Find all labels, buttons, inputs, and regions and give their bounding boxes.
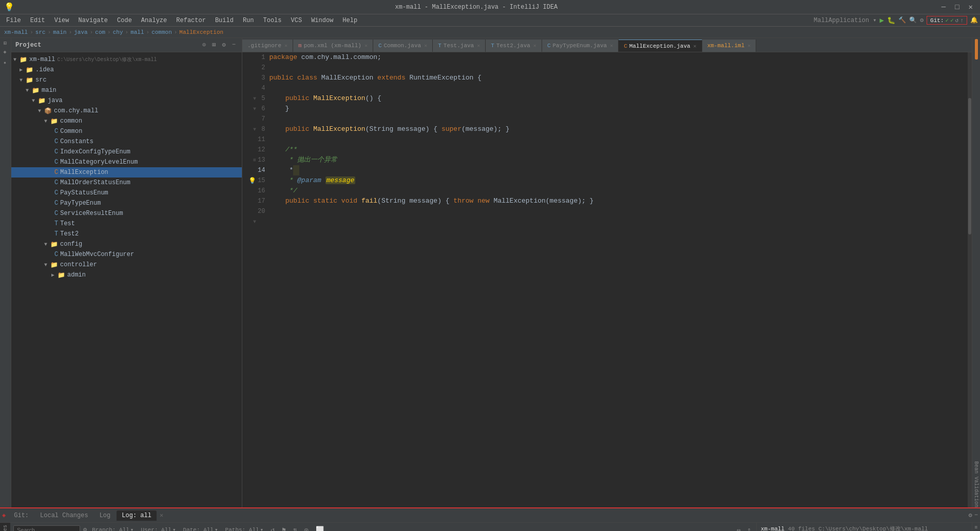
tree-item-MallException[interactable]: C MallException <box>11 167 242 178</box>
breadcrumb-xmmall[interactable]: xm-mall <box>4 29 28 35</box>
tree-item-MallWebMvcConfigurer[interactable]: C MallWebMvcConfigurer <box>11 249 242 260</box>
menu-view[interactable]: View <box>50 16 73 25</box>
tab-log-all[interactable]: Log: all <box>117 510 157 521</box>
menu-help[interactable]: Help <box>338 16 361 25</box>
maximize-button[interactable]: □ <box>952 2 962 12</box>
tab-gitignore[interactable]: .gitignore ✕ <box>242 40 293 52</box>
fold-icon-8[interactable]: ▼ <box>253 127 256 132</box>
settings-panel-button[interactable]: ⚙ <box>220 40 228 50</box>
diff-button[interactable]: ◎ <box>302 525 311 532</box>
merge-button[interactable]: ⇅ <box>291 525 299 532</box>
tree-item-MallOrderStatusEnum[interactable]: C MallOrderStatusEnum <box>11 178 242 188</box>
tab-PayTypeEnum[interactable]: C PayTypeEnum.java ✕ <box>542 40 619 52</box>
tree-item-admin[interactable]: ▶ 📁 admin <box>11 270 242 280</box>
filter-branch[interactable]: Branch: All ▾ <box>90 525 136 531</box>
code-content[interactable]: package com.chy.mall.common; public clas… <box>269 52 968 507</box>
tree-item-IndexConfigTypeEnum[interactable]: C IndexConfigTypeEnum <box>11 147 242 157</box>
tab-close-Test[interactable]: ✕ <box>477 43 480 49</box>
tree-item-Test2[interactable]: T Test2 <box>11 229 242 239</box>
tree-item-PayTypeEnum[interactable]: C PayTypeEnum <box>11 198 242 208</box>
git-settings-icon[interactable]: ⚙ <box>83 526 87 531</box>
fold-icon-6[interactable]: ▼ <box>253 106 256 112</box>
editor-scrollbar[interactable] <box>968 52 972 507</box>
tree-item-comchymall[interactable]: ▼ 📦 com.chy.mall <box>11 106 242 116</box>
menu-build[interactable]: Build <box>211 16 238 25</box>
tree-item-src[interactable]: ▼ 📁 src <box>11 75 242 85</box>
sidebar-favorites-icon[interactable]: ★ <box>1 59 10 68</box>
scrollbar-thumb[interactable] <box>968 98 971 234</box>
git-push[interactable]: ↑ <box>960 17 964 24</box>
tree-item-common[interactable]: ▼ 📁 common <box>11 116 242 126</box>
lightbulb-icon[interactable]: 💡 <box>248 177 256 185</box>
bottom-minimize-button[interactable]: − <box>974 512 978 519</box>
breadcrumb-com[interactable]: com <box>95 29 105 35</box>
breadcrumb-common[interactable]: common <box>151 29 172 35</box>
menu-edit[interactable]: Edit <box>26 16 49 25</box>
tab-xmmall-iml[interactable]: xm-mall.iml ✕ <box>702 40 757 52</box>
search-everywhere-button[interactable]: 🔍 <box>909 16 917 24</box>
branches-label[interactable]: Branches <box>3 525 8 531</box>
git-history[interactable]: ↺ <box>955 17 959 24</box>
fold-icon-5[interactable]: ▼ <box>253 96 256 102</box>
refresh-button[interactable]: ↺ <box>268 525 277 532</box>
filter-user[interactable]: User: All ▾ <box>139 525 178 531</box>
filter-date[interactable]: Date: All ▾ <box>181 525 220 531</box>
expand-all-button[interactable]: ⊞ <box>210 40 218 50</box>
menu-analyze[interactable]: Analyze <box>137 16 171 25</box>
breadcrumb-chy[interactable]: chy <box>113 29 123 35</box>
build-button[interactable]: 🔨 <box>898 16 906 24</box>
fold-icon-12[interactable]: ≡ <box>253 158 256 163</box>
tab-close-Common[interactable]: ✕ <box>424 43 427 49</box>
group-by-icon[interactable]: ≡ <box>974 525 977 530</box>
breadcrumb-src[interactable]: src <box>35 29 46 35</box>
menu-refactor[interactable]: Refactor <box>172 16 210 25</box>
tree-item-ServiceResultEnum[interactable]: C ServiceResultEnum <box>11 208 242 219</box>
tree-item-Constants[interactable]: C Constants <box>11 136 242 147</box>
run-config-dropdown[interactable]: MallApplication ▾ <box>814 16 876 24</box>
menu-tools[interactable]: Tools <box>259 16 286 25</box>
tree-item-Test[interactable]: T Test <box>11 219 242 229</box>
tab-close-pomxml[interactable]: ✕ <box>364 43 368 49</box>
minimize-button[interactable]: ─ <box>938 2 949 12</box>
breadcrumb-java[interactable]: java <box>74 29 87 35</box>
tree-item-Common[interactable]: C Common <box>11 126 242 136</box>
tab-close-log[interactable]: ✕ <box>160 512 163 519</box>
settings-button[interactable]: ⚙ <box>920 16 924 24</box>
tree-item-PayStatusEnum[interactable]: C PayStatusEnum <box>11 188 242 198</box>
tab-MallException[interactable]: C MallException.java ✕ <box>619 40 702 52</box>
tab-close-gitignore[interactable]: ✕ <box>284 43 287 49</box>
breadcrumb-mall[interactable]: mall <box>130 29 144 35</box>
tab-Test2[interactable]: T Test2.java ✕ <box>486 40 542 52</box>
close-panel-button[interactable]: − <box>230 40 238 50</box>
menu-navigate[interactable]: Navigate <box>74 16 112 25</box>
tab-git-label[interactable]: Git: <box>9 510 34 521</box>
menu-file[interactable]: File <box>2 16 25 25</box>
close-button[interactable]: ✕ <box>966 2 976 12</box>
cherry-pick-button[interactable]: ⚑ <box>280 525 288 532</box>
filter-paths[interactable]: Paths: All ▾ <box>223 525 266 531</box>
sidebar-web-icon[interactable]: ◈ <box>1 48 10 57</box>
tree-item-config[interactable]: ▼ 📁 config <box>11 239 242 249</box>
tab-Test[interactable]: T Test.java ✕ <box>433 40 486 52</box>
collapse-details-button[interactable]: ⇕ <box>745 525 753 532</box>
tab-close-PayTypeEnum[interactable]: ✕ <box>610 43 613 49</box>
tree-item-xmmall[interactable]: ▼ 📁 xm-mall C:\Users\chy\Desktop\修改\xm-m… <box>11 54 242 65</box>
tree-item-controller[interactable]: ▼ 📁 controller <box>11 260 242 270</box>
run-button[interactable]: ▶ <box>879 16 883 25</box>
tab-Common[interactable]: C Common.java ✕ <box>373 40 433 52</box>
tree-item-MallCategoryLevelEnum[interactable]: C MallCategoryLevelEnum <box>11 157 242 167</box>
bottom-settings-button[interactable]: ⚙ <box>969 512 972 519</box>
tree-item-java[interactable]: ▼ 📁 java <box>11 95 242 106</box>
menu-window[interactable]: Window <box>307 16 337 25</box>
tab-pomxml[interactable]: m pom.xml (xm-mall) ✕ <box>293 40 373 52</box>
editor-content[interactable]: ▼ ▼ ▼ ≡ 💡 <box>242 52 972 507</box>
menu-run[interactable]: Run <box>239 16 258 25</box>
tree-item-main[interactable]: ▼ 📁 main <box>11 85 242 95</box>
tab-log[interactable]: Log <box>94 510 116 521</box>
menu-code[interactable]: Code <box>113 16 136 25</box>
menu-vcs[interactable]: VCS <box>287 16 306 25</box>
fold-icon-17[interactable]: ▼ <box>253 219 256 225</box>
tab-close-Test2[interactable]: ✕ <box>533 43 536 49</box>
tree-item-idea[interactable]: ▶ 📁 .idea <box>11 65 242 75</box>
tab-local-changes[interactable]: Local Changes <box>35 510 93 521</box>
